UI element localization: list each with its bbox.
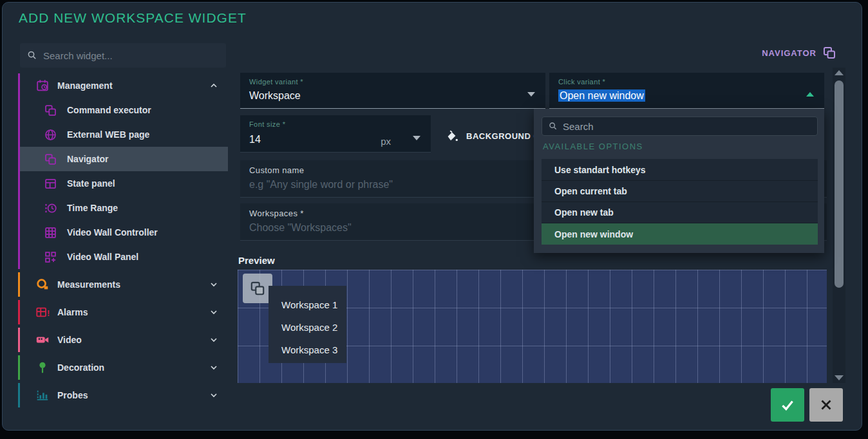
chevron-down-icon[interactable]: [413, 136, 420, 140]
scrollbar[interactable]: [833, 68, 845, 383]
sidebar-group-management: Management Command executor External WEB…: [18, 73, 228, 269]
custom-name-label: Custom name: [249, 165, 304, 175]
click-variant-dropdown: AVAILABLE OPTIONS Use standart hotkeys O…: [534, 109, 824, 253]
chevron-up-icon[interactable]: [806, 92, 814, 97]
sidebar-group-decoration: Decoration: [18, 355, 228, 380]
screen: ADD NEW WORKSPACE WIDGET NAVIGATOR Manag…: [0, 0, 868, 439]
overlap-squares-icon: [44, 104, 57, 117]
sidebar-item-video-wall-panel[interactable]: Video Wall Panel: [20, 245, 228, 269]
font-size-unit: px: [381, 136, 391, 147]
sidebar-item-label: Command executor: [67, 105, 151, 115]
chevron-down-icon[interactable]: [209, 307, 219, 317]
preview-workspace-item[interactable]: Workspace 3: [269, 339, 346, 361]
search-icon: [548, 121, 558, 131]
sidebar-item-video-wall-controller[interactable]: Video Wall Controller: [20, 220, 228, 245]
sidebar-item-label: State panel: [67, 178, 115, 189]
sidebar-group-label: Decoration: [57, 362, 104, 373]
preview-workspace-item[interactable]: Workspace 1: [269, 294, 346, 316]
sidebar-item-navigator[interactable]: Navigator: [20, 147, 228, 171]
overlap-squares-icon: [44, 153, 57, 166]
sidebar-item-state-panel[interactable]: State panel: [20, 171, 228, 196]
preview-label: Preview: [238, 255, 275, 266]
option-use-standart-hotkeys[interactable]: Use standart hotkeys: [542, 159, 818, 180]
workspaces-placeholder: Choose "Workspaces": [249, 222, 352, 234]
globe-icon: [44, 128, 57, 142]
chevron-down-icon[interactable]: [209, 362, 219, 373]
measure-icon: [35, 277, 50, 292]
click-variant-select[interactable]: Click variant * Open new window: [549, 73, 824, 109]
widget-search[interactable]: [20, 43, 226, 68]
sidebar-group-label: Management: [57, 80, 113, 91]
x-icon: [818, 397, 835, 413]
sidebar-item-external-web-page[interactable]: External WEB page: [20, 122, 228, 147]
custom-name-placeholder: e.g "Any single word or phrase": [249, 179, 393, 191]
panel-plus-icon: [44, 250, 57, 264]
sidebar-item-label: Video Wall Controller: [67, 227, 158, 238]
navigator-badge: NAVIGATOR: [762, 45, 837, 61]
sidebar-group-label: Video: [57, 335, 82, 345]
chevron-up-icon[interactable]: [209, 80, 219, 91]
chevron-down-icon[interactable]: [527, 92, 535, 97]
font-size-value[interactable]: 14: [249, 134, 261, 145]
sidebar-group-header-measurements[interactable]: Measurements: [20, 272, 228, 297]
sidebar-group-video: Video: [18, 328, 228, 352]
bar-chart-icon: [35, 388, 50, 402]
font-size-field[interactable]: Font size * 14 px: [240, 115, 431, 153]
sidebar-item-label: External WEB page: [67, 129, 149, 140]
navigator-icon: [822, 45, 837, 61]
preview-canvas: Workspace 1 Workspace 2 Workspace 3: [238, 270, 827, 383]
sidebar-item-label: Time Range: [67, 203, 118, 213]
sidebar-group-measurements: Measurements: [18, 272, 228, 297]
scrollbar-thumb[interactable]: [835, 80, 844, 288]
sidebar-group-alarms: ! Alarms: [18, 300, 228, 324]
sidebar-item-command-executor[interactable]: Command executor: [20, 98, 228, 122]
add-widget-dialog: ADD NEW WORKSPACE WIDGET NAVIGATOR Manag…: [2, 2, 862, 431]
chevron-down-icon[interactable]: [209, 279, 219, 290]
chevron-down-icon[interactable]: [209, 335, 219, 345]
sidebar-group-header-alarms[interactable]: ! Alarms: [20, 300, 228, 324]
font-size-label: Font size *: [249, 120, 285, 128]
clock-icon: [44, 201, 57, 215]
sidebar-group-header-management[interactable]: Management: [20, 73, 228, 98]
dropdown-search-input[interactable]: [542, 117, 817, 135]
grid-icon: [44, 226, 57, 239]
sidebar-group-header-decoration[interactable]: Decoration: [20, 355, 228, 380]
dropdown-search[interactable]: [542, 117, 818, 136]
option-open-new-window[interactable]: Open new window: [542, 223, 818, 245]
preview-workspace-menu: Workspace 1 Workspace 2 Workspace 3: [269, 286, 346, 363]
calendar-clock-icon: [35, 79, 50, 93]
scroll-up-icon[interactable]: [835, 70, 844, 75]
widget-variant-label: Widget variant *: [249, 78, 303, 86]
workspaces-label: Workspaces *: [249, 209, 304, 218]
sidebar-group-label: Measurements: [57, 279, 120, 290]
click-variant-value: Open new window: [558, 89, 645, 102]
sidebar-group-header-probes[interactable]: Probes: [20, 383, 228, 407]
scroll-down-icon[interactable]: [835, 375, 844, 380]
dropdown-section-label: AVAILABLE OPTIONS: [543, 142, 643, 151]
check-icon: [779, 397, 796, 413]
sidebar-group-label: Probes: [57, 390, 88, 400]
svg-text:!: !: [47, 308, 50, 318]
dialog-title: ADD NEW WORKSPACE WIDGET: [19, 10, 247, 26]
table-icon: [44, 177, 57, 191]
sidebar-group-label: Alarms: [57, 307, 88, 317]
paint-bucket-icon: [444, 129, 458, 143]
close-button[interactable]: [809, 388, 843, 422]
navigator-badge-label: NAVIGATOR: [762, 48, 816, 58]
sidebar-item-time-range[interactable]: Time Range: [20, 196, 228, 220]
option-open-current-tab[interactable]: Open current tab: [542, 180, 818, 201]
video-camera-icon: [35, 333, 50, 347]
sidebar-group-probes: Probes: [18, 383, 228, 407]
option-open-new-tab[interactable]: Open new tab: [542, 201, 818, 223]
alarm-table-icon: !: [35, 305, 50, 319]
overlap-squares-icon: [249, 280, 266, 297]
widget-variant-value: Workspace: [249, 90, 301, 102]
chevron-down-icon[interactable]: [209, 390, 219, 400]
confirm-button[interactable]: [771, 388, 804, 422]
sidebar-item-label: Video Wall Panel: [67, 252, 138, 262]
sidebar: Management Command executor External WEB…: [18, 73, 228, 411]
widget-variant-select[interactable]: Widget variant * Workspace: [240, 73, 545, 109]
preview-workspace-item[interactable]: Workspace 2: [269, 316, 346, 339]
sidebar-group-header-video[interactable]: Video: [20, 328, 228, 352]
widget-search-input[interactable]: [20, 43, 226, 68]
